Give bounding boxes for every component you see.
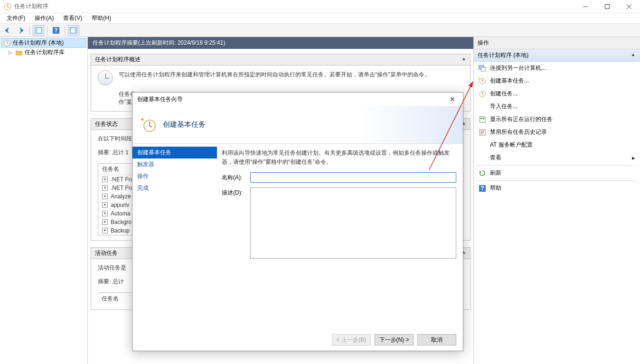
expand-icon[interactable]: + bbox=[102, 185, 108, 191]
help-icon: ? bbox=[479, 185, 486, 192]
task-name: appuriv bbox=[111, 202, 129, 208]
overview-panel-header[interactable]: 任务计划程序概述 ▲ bbox=[91, 54, 470, 65]
import-icon bbox=[479, 103, 486, 111]
action-show-running[interactable]: 显示所有正在运行的任务 bbox=[474, 113, 640, 126]
chevron-up-icon: ▲ bbox=[631, 52, 635, 57]
cancel-button[interactable]: 取消 bbox=[417, 334, 456, 345]
action-label: 创建基本任务... bbox=[490, 77, 529, 85]
tree-pane: 任务计划程序 (本地) ▷ 任务计划程序库 bbox=[0, 37, 88, 364]
prev-button: < 上一步(B) bbox=[332, 334, 371, 345]
app-icon bbox=[4, 3, 11, 10]
svg-rect-14 bbox=[480, 118, 482, 119]
nav-step-action[interactable]: 操作 bbox=[132, 170, 217, 182]
nav-step-trigger[interactable]: 触发器 bbox=[132, 159, 217, 170]
next-button[interactable]: 下一步(N) > bbox=[375, 334, 414, 345]
action-import[interactable]: 导入任务... bbox=[474, 100, 640, 113]
actions-pane: 操作 任务计划程序 (本地) ▲ 连接到另一台计算机... 创建基本任务... … bbox=[474, 37, 640, 364]
expand-icon[interactable]: ▷ bbox=[8, 50, 13, 55]
menu-view[interactable]: 查看(V) bbox=[59, 13, 86, 23]
dialog-close-button[interactable]: ✕ bbox=[447, 93, 458, 105]
svg-rect-15 bbox=[483, 118, 484, 119]
history-icon bbox=[479, 129, 486, 136]
overview-text: 可以使用任务计划程序来创建和管理计算机将在所指定的时间自动执行的常见任务。若要开… bbox=[119, 70, 463, 79]
clock-icon bbox=[3, 39, 11, 47]
close-button[interactable] bbox=[618, 0, 640, 13]
desc-input[interactable] bbox=[250, 187, 456, 259]
action-create-task[interactable]: 创建任务... bbox=[474, 87, 640, 100]
task-name: .NET Fra bbox=[111, 176, 133, 183]
action-connect[interactable]: 连接到另一台计算机... bbox=[474, 62, 640, 75]
name-input[interactable] bbox=[250, 172, 456, 183]
create-basic-task-wizard-dialog: 创建基本任务向导 ✕ 创建基本任务 创建基本任务 触发器 操作 完成 利用该向导… bbox=[132, 92, 463, 351]
tree-root-label: 任务计划程序 (本地) bbox=[13, 39, 64, 47]
action-label: 帮助 bbox=[490, 184, 501, 192]
action-help[interactable]: ? 帮助 bbox=[474, 182, 640, 195]
tree-root[interactable]: 任务计划程序 (本地) bbox=[1, 38, 86, 48]
action-at-config[interactable]: AT 服务帐户配置 bbox=[474, 139, 640, 151]
dialog-title: 创建基本任务向导 bbox=[137, 95, 447, 103]
separator bbox=[477, 180, 637, 181]
action-disable-history[interactable]: 禁用所有任务历史记录 bbox=[474, 126, 640, 139]
action-label: 创建任务... bbox=[490, 90, 518, 98]
blank-icon bbox=[479, 154, 486, 162]
menu-file[interactable]: 文件(F) bbox=[3, 13, 29, 23]
svg-rect-7 bbox=[75, 28, 77, 33]
toggle-tree-button[interactable] bbox=[33, 25, 44, 36]
toolbar-separator bbox=[65, 26, 65, 35]
chevron-right-icon: ▶ bbox=[632, 156, 635, 160]
toggle-actions-button[interactable] bbox=[68, 25, 79, 36]
clock-star-icon bbox=[479, 77, 486, 85]
minimize-button[interactable] bbox=[574, 0, 596, 13]
task-name: Automa bbox=[111, 210, 130, 217]
nav-step-basic[interactable]: 创建基本任务 bbox=[132, 147, 217, 159]
center-header: 任务计划程序摘要(上次刷新时间: 2024/9/18 9:25:41) bbox=[88, 37, 473, 49]
blank-icon bbox=[479, 141, 486, 149]
refresh-icon bbox=[479, 169, 486, 177]
forward-button[interactable] bbox=[15, 25, 27, 36]
tree-library-label: 任务计划程序库 bbox=[25, 48, 65, 56]
expand-icon[interactable]: + bbox=[102, 219, 108, 225]
dialog-titlebar[interactable]: 创建基本任务向导 ✕ bbox=[132, 93, 463, 106]
expand-icon[interactable]: + bbox=[102, 194, 108, 199]
svg-text:?: ? bbox=[480, 185, 484, 192]
window-titlebar: 任务计划程序 bbox=[0, 0, 640, 13]
task-name: Analyze bbox=[111, 193, 131, 200]
action-view[interactable]: 查看 ▶ bbox=[474, 151, 640, 164]
nav-step-finish[interactable]: 完成 bbox=[132, 182, 217, 194]
clock-icon bbox=[479, 90, 486, 98]
action-label: 导入任务... bbox=[490, 103, 518, 111]
toolbar-separator bbox=[47, 26, 47, 35]
actions-group-header[interactable]: 任务计划程序 (本地) ▲ bbox=[474, 49, 640, 62]
dialog-banner-title: 创建基本任务 bbox=[163, 120, 206, 129]
name-label: 名称(A): bbox=[222, 172, 250, 182]
clock-icon bbox=[98, 70, 113, 85]
action-create-basic[interactable]: 创建基本任务... bbox=[474, 75, 640, 87]
window-title: 任务计划程序 bbox=[14, 2, 574, 10]
expand-icon[interactable]: + bbox=[102, 211, 108, 216]
dialog-form: 利用该向导快速地为常见任务创建计划。有关更多高级选项或设置，例如多任务操作或触发… bbox=[217, 144, 463, 329]
menu-action[interactable]: 操作(A) bbox=[31, 13, 57, 23]
maximize-button[interactable] bbox=[596, 0, 618, 13]
computer-icon bbox=[479, 65, 486, 72]
dialog-banner: 创建基本任务 bbox=[132, 106, 463, 144]
expand-icon[interactable]: + bbox=[102, 202, 108, 208]
menu-bar: 文件(F) 操作(A) 查看(V) 帮助(H) bbox=[0, 13, 640, 24]
expand-icon[interactable]: + bbox=[102, 177, 108, 182]
task-name: Backup bbox=[111, 227, 130, 234]
dialog-buttons: < 上一步(B) 下一步(N) > 取消 bbox=[132, 329, 463, 351]
svg-rect-3 bbox=[35, 28, 38, 33]
active-panel-title: 活动任务 bbox=[95, 250, 118, 256]
back-button[interactable] bbox=[2, 25, 13, 36]
help-button[interactable]: ? bbox=[50, 25, 62, 36]
actions-group-label: 任务计划程序 (本地) bbox=[478, 52, 528, 58]
task-name: Backgro bbox=[111, 219, 132, 225]
separator bbox=[477, 165, 637, 166]
tree-library[interactable]: ▷ 任务计划程序库 bbox=[1, 48, 86, 57]
menu-help[interactable]: 帮助(H) bbox=[88, 13, 115, 23]
action-refresh[interactable]: 刷新 bbox=[474, 167, 640, 179]
expand-icon[interactable]: + bbox=[102, 228, 108, 233]
dialog-hint: 利用该向导快速地为常见任务创建计划。有关更多高级选项或设置，例如多任务操作或触发… bbox=[222, 149, 456, 167]
svg-text:?: ? bbox=[54, 27, 57, 34]
action-label: 查看 bbox=[490, 154, 501, 162]
chevron-up-icon: ▲ bbox=[461, 56, 466, 61]
